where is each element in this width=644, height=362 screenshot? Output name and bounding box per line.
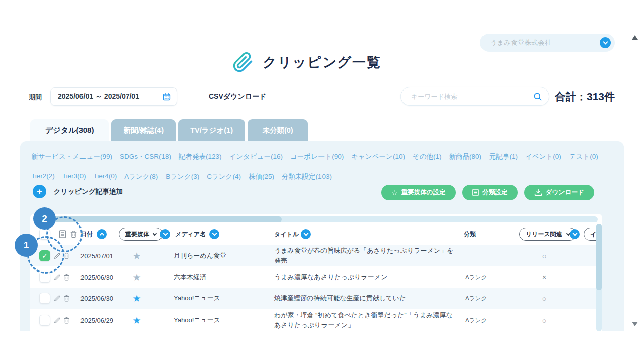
star-outline-icon: ☆ xyxy=(391,189,398,196)
date-range-value: 2025/06/01 ～ 2025/07/01 xyxy=(58,92,139,101)
column-header-date[interactable]: 日付 xyxy=(80,229,107,239)
clipping-table: 日付 重要媒体 メディア名 タイトル 分類 リリース関連 xyxy=(30,214,602,331)
row-date: 2025/06/30 xyxy=(80,295,113,302)
plus-icon[interactable]: + xyxy=(33,185,46,198)
category-filters-row1: 新サービス・メニュー(99)SDGs・CSR(18)記者発表(123)インタビュ… xyxy=(31,152,614,161)
category-filter-link[interactable]: 新サービス・メニュー(99) xyxy=(31,152,112,161)
row-title[interactable]: 焼津産鰹節の持続可能な生産に貢献していた xyxy=(274,293,459,303)
category-filter-link[interactable]: Bランク(3) xyxy=(166,172,199,182)
release-filter-dropdown[interactable]: リリース関連 xyxy=(519,228,576,241)
category-filter-link[interactable]: テスト(0) xyxy=(569,152,598,161)
edit-icon[interactable] xyxy=(53,273,61,281)
row-date: 2025/06/29 xyxy=(80,316,113,324)
column-header-classification: 分類 xyxy=(464,230,476,239)
add-article-button[interactable]: + クリッピング記事追加 xyxy=(33,185,123,198)
row-media-name: 六本木経済 xyxy=(174,273,206,282)
page-title-wrap: クリッピング一覧 xyxy=(0,52,614,73)
edit-icon[interactable] xyxy=(53,316,61,324)
table-horizontal-scrollbar[interactable] xyxy=(34,216,598,222)
title-filter-icon[interactable] xyxy=(301,229,311,239)
row-classification: Aランク xyxy=(465,316,487,324)
annotation-badge-2: 2 xyxy=(33,207,56,230)
tab-newspaper-magazine[interactable]: 新聞/雑誌(4) xyxy=(111,119,176,141)
important-media-filter-icon[interactable] xyxy=(160,229,170,239)
download-label: ダウンロード xyxy=(546,188,584,197)
edit-icon[interactable] xyxy=(53,294,61,302)
period-label: 期間 xyxy=(29,93,42,102)
table-row: ✓ 2025/07/01 ★ 月刊らーめん食堂 うまみ食堂が春の旨味広がる「あさ… xyxy=(30,245,602,266)
scrollbar-thumb[interactable] xyxy=(596,224,602,290)
table-vertical-scrollbar[interactable] xyxy=(596,224,602,331)
row-title[interactable]: うまみ食堂が春の旨味広がる「あさりたっぷりラーメン」を発売 xyxy=(274,246,459,266)
company-selector[interactable]: うまみ食堂株式会社 xyxy=(480,34,615,52)
row-title[interactable]: うまみ濃厚なあさりたっぷりラーメン xyxy=(274,272,459,282)
important-media-dropdown-label: 重要媒体 xyxy=(125,230,149,239)
add-article-label: クリッピング記事追加 xyxy=(54,187,123,196)
annotation-badge-1: 1 xyxy=(15,234,38,257)
calendar-icon[interactable] xyxy=(162,92,171,101)
row-checkbox[interactable] xyxy=(39,315,50,326)
trash-icon[interactable] xyxy=(62,294,70,302)
csv-download-link[interactable]: CSVダウンロード xyxy=(209,92,266,101)
trash-icon[interactable] xyxy=(62,316,70,324)
company-selector-label: うまみ食堂株式会社 xyxy=(490,38,551,47)
category-filter-link[interactable]: コーポレート(90) xyxy=(290,152,344,161)
category-filter-link[interactable]: Aランク(8) xyxy=(124,172,158,182)
clipboard-icon xyxy=(472,189,479,196)
important-media-star-icon[interactable]: ★ xyxy=(130,272,144,283)
row-release-mark: ○ xyxy=(533,294,555,303)
classification-settings-button[interactable]: 分類設定 xyxy=(462,185,518,200)
search-input[interactable] xyxy=(411,93,533,100)
content-panel: 新サービス・メニュー(99)SDGs・CSR(18)記者発表(123)インタビュ… xyxy=(20,141,624,331)
date-range-input[interactable]: 2025/06/01 ～ 2025/07/01 xyxy=(50,87,177,106)
category-filter-link[interactable]: 新商品(80) xyxy=(449,152,482,161)
download-icon xyxy=(534,189,542,196)
trash-icon[interactable] xyxy=(62,273,70,281)
tab-digital[interactable]: デジタル(308) xyxy=(30,119,109,141)
important-media-star-icon[interactable]: ★ xyxy=(130,314,144,326)
table-row: 2025/06/30 ★ Yahoo!ニュース 焼津産鰹節の持続可能な生産に貢献… xyxy=(30,288,602,309)
category-filter-link[interactable]: キャンペーン(10) xyxy=(351,152,405,161)
row-checkbox[interactable] xyxy=(39,293,50,304)
category-filter-link[interactable]: インタビュー(16) xyxy=(229,152,283,161)
tab-bar: デジタル(308) 新聞/雑誌(4) TV/ラジオ(1) 未分類(0) xyxy=(30,119,308,141)
clipping-list-page: うまみ食堂株式会社 クリッピング一覧 期間 2025/06/01 ～ 2025/… xyxy=(0,0,644,362)
row-media-name: 月刊らーめん食堂 xyxy=(174,251,226,260)
row-release-mark: × xyxy=(533,273,555,281)
classification-settings-label: 分類設定 xyxy=(482,188,508,197)
category-filter-link[interactable]: 記者発表(123) xyxy=(179,152,222,161)
important-media-dropdown[interactable]: 重要媒体 xyxy=(119,228,163,241)
category-filter-link[interactable]: Cランク(4) xyxy=(207,172,241,182)
controls-row: 期間 2025/06/01 ～ 2025/07/01 CSVダウンロード 合計：… xyxy=(0,86,644,107)
category-filter-link[interactable]: Tier4(0) xyxy=(94,172,117,182)
download-button[interactable]: ダウンロード xyxy=(524,185,594,200)
total-count: 合計：313件 xyxy=(555,89,615,104)
category-filter-link[interactable]: 株価(25) xyxy=(249,172,274,182)
category-filter-link[interactable]: 元記事(1) xyxy=(489,152,518,161)
page-scroll-up-icon[interactable] xyxy=(632,35,638,40)
release-filter-icon[interactable] xyxy=(570,229,580,239)
paperclip-icon xyxy=(232,52,254,73)
important-media-settings-button[interactable]: ☆ 重要媒体の設定 xyxy=(381,185,455,200)
category-filter-link[interactable]: イベント(0) xyxy=(525,152,561,161)
row-title[interactable]: わが家・坪倉 “初めて食べたとき衝撃だった”「うまみ濃厚なあさりたっぷりラーメン… xyxy=(274,310,459,330)
important-media-star-icon[interactable]: ★ xyxy=(130,250,144,262)
category-filter-link[interactable]: その他(1) xyxy=(413,152,442,161)
sort-ascending-icon[interactable] xyxy=(97,229,107,239)
search-icon[interactable] xyxy=(533,92,543,102)
category-filter-link[interactable]: 分類未設定(103) xyxy=(282,172,332,182)
row-release-mark: ○ xyxy=(533,252,555,260)
table-row: 2025/06/29 ★ Yahoo!ニュース わが家・坪倉 “初めて食べたとき… xyxy=(30,309,602,331)
chevron-down-icon[interactable] xyxy=(600,37,611,48)
page-scroll-down-icon[interactable] xyxy=(632,322,638,326)
category-filter-link[interactable]: Tier2(2) xyxy=(31,172,55,182)
search-box[interactable] xyxy=(400,87,549,106)
category-filter-link[interactable]: SDGs・CSR(18) xyxy=(120,152,171,161)
tab-tv-radio[interactable]: TV/ラジオ(1) xyxy=(178,119,245,141)
column-header-media-name: メディア名 xyxy=(175,230,206,239)
table-action-buttons: ☆ 重要媒体の設定 分類設定 ダウンロード xyxy=(381,185,594,200)
important-media-star-icon[interactable]: ★ xyxy=(130,293,144,304)
category-filter-link[interactable]: Tier3(0) xyxy=(62,172,86,182)
media-name-filter-icon[interactable] xyxy=(209,229,219,239)
tab-uncategorized[interactable]: 未分類(0) xyxy=(248,119,308,141)
